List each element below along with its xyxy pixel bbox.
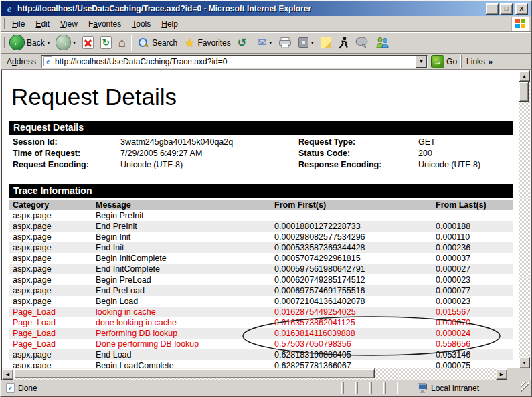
table-body: aspx.pageBegin PreInitaspx.pageEnd PreIn… (9, 210, 513, 368)
table-row: Page_LoadDone performing DB lookup0.5750… (9, 339, 513, 349)
address-dropdown-button[interactable]: ▼ (416, 56, 427, 68)
scroll-up-button[interactable]: ▲ (519, 70, 530, 82)
cell-message: End PreLoad (96, 285, 274, 296)
go-button[interactable]: → Go (428, 56, 461, 68)
cell-message: End Init (96, 242, 274, 253)
windows-logo (511, 17, 529, 31)
browser-window: e http://localhost/UseDataCaching/Trace.… (0, 0, 532, 397)
section-header-request-details: Request Details (9, 121, 513, 135)
cell-from-first: 0.0163573862041125 (274, 317, 436, 328)
vertical-scroll-track[interactable] (519, 82, 530, 357)
print-button[interactable] (275, 36, 295, 50)
cell-category: aspx.page (9, 264, 96, 274)
maximize-button[interactable]: □ (500, 3, 513, 15)
field-value: 200 (418, 148, 513, 159)
column-from-first: From First(s) (274, 200, 436, 210)
mail-dropdown-icon[interactable]: ▾ (270, 40, 272, 46)
address-input[interactable]: e http://localhost/UseDataCaching/Trace.… (41, 55, 428, 68)
edit-dropdown-icon[interactable]: ▾ (311, 40, 314, 46)
close-icon: X (519, 5, 523, 12)
table-row: aspx.pageBegin PreLoad0.0006207492851745… (9, 274, 513, 285)
back-button[interactable]: ← Back ▾ (7, 34, 53, 51)
back-dropdown-icon[interactable]: ▾ (48, 40, 50, 46)
search-button[interactable]: Search (134, 35, 181, 50)
page-title: Request Details (11, 84, 519, 110)
mail-button[interactable]: ✉ ▾ (254, 36, 275, 50)
stop-icon (82, 36, 94, 49)
triangle-up-icon: ▲ (522, 74, 527, 78)
vertical-scroll-thumb[interactable] (519, 82, 529, 102)
toolbar-separator (131, 35, 132, 51)
messenger-button[interactable] (352, 35, 372, 50)
scroll-down-button[interactable]: ▼ (519, 357, 530, 368)
menu-item-favorites[interactable]: Favorites (83, 17, 126, 31)
field-value: Unicode (UTF-8) (120, 159, 298, 171)
go-label: Go (446, 57, 457, 66)
table-header-row: Category Message From First(s) From Last… (9, 200, 513, 210)
msn-people-button[interactable] (372, 35, 393, 50)
menu-item-tools[interactable]: Tools (126, 17, 156, 31)
history-icon: ↺ (238, 37, 246, 48)
minimize-button[interactable]: _ (486, 3, 499, 15)
column-message: Message (96, 200, 274, 210)
address-url[interactable]: http://localhost/UseDataCaching/Trace.ax… (55, 57, 413, 66)
home-button[interactable]: ⌂ (115, 35, 129, 50)
cell-from-first: 0.000721041361402078 (274, 296, 436, 307)
cell-from-last: 0.000024 (436, 328, 513, 339)
status-pane-empty (371, 382, 384, 394)
cell-from-first: 0.628257781366067 (274, 360, 436, 368)
favorites-label: Favorites (197, 38, 230, 48)
favorites-button[interactable]: ★ Favorites (181, 35, 234, 50)
scroll-right-button[interactable]: ▶ (496, 368, 507, 380)
title-bar[interactable]: e http://localhost/UseDataCaching/Trace.… (1, 1, 531, 16)
resize-grip[interactable] (521, 382, 529, 394)
field-label: Status Code: (298, 148, 418, 159)
history-button[interactable]: ↺ (234, 36, 250, 50)
scrollbar-corner (519, 368, 530, 380)
horizontal-scroll-track[interactable] (13, 368, 496, 380)
cell-from-last: 0.000110 (436, 232, 513, 242)
scroll-left-button[interactable]: ◀ (2, 368, 13, 380)
table-row: aspx.pageBegin LoadComplete0.62825778136… (9, 360, 513, 368)
horizontal-scrollbar[interactable]: ◀ ▶ (2, 368, 507, 380)
links-button[interactable]: Links » (461, 55, 497, 68)
search-label: Search (152, 38, 177, 48)
menu-item-help[interactable]: Help (156, 17, 183, 31)
refresh-button[interactable]: ↻ (97, 35, 115, 50)
horizontal-scroll-thumb[interactable] (13, 368, 375, 378)
windows-flag-icon (515, 19, 526, 29)
cell-message: Begin PreLoad (96, 274, 274, 285)
field-label: Request Encoding: (13, 159, 120, 171)
address-bar: Address e http://localhost/UseDataCachin… (1, 54, 531, 70)
search-icon (139, 38, 148, 48)
field-value: Unicode (UTF-8) (418, 159, 513, 171)
toolbar-gripper[interactable] (3, 37, 5, 48)
cell-from-last (436, 210, 513, 221)
cell-message: looking in cache (96, 307, 274, 317)
menu-items: FileEditViewFavoritesToolsHelp (7, 17, 183, 31)
ie-logo-icon: e (4, 3, 15, 15)
cell-category: aspx.page (9, 242, 96, 253)
vertical-scrollbar[interactable]: ▲ ▼ (519, 70, 530, 368)
ie-page-icon: e (6, 383, 15, 393)
cell-from-first: 0.000533587369344428 (274, 242, 436, 253)
minimize-icon: _ (491, 3, 494, 10)
cell-category: aspx.page (9, 296, 96, 307)
menubar-gripper[interactable] (3, 18, 5, 29)
cell-from-last: 0.000077 (436, 285, 513, 296)
cell-message: End InitComplete (96, 264, 274, 274)
field-label: Response Encoding: (298, 159, 418, 171)
aim-button[interactable] (335, 35, 352, 50)
table-row: aspx.pageBegin Load0.0007210413614020780… (9, 296, 513, 307)
discuss-button[interactable] (317, 35, 335, 50)
maximize-icon: □ (505, 5, 508, 12)
forward-dropdown-icon[interactable]: ▾ (73, 40, 76, 46)
menu-item-edit[interactable]: Edit (30, 17, 55, 31)
menu-item-view[interactable]: View (55, 17, 83, 31)
close-button[interactable]: X (515, 3, 528, 15)
edit-button[interactable]: ▾ (295, 36, 317, 49)
forward-button[interactable]: → ▾ (53, 34, 79, 51)
edit-icon (298, 37, 308, 48)
menu-item-file[interactable]: File (7, 17, 30, 31)
stop-button[interactable] (79, 35, 97, 50)
